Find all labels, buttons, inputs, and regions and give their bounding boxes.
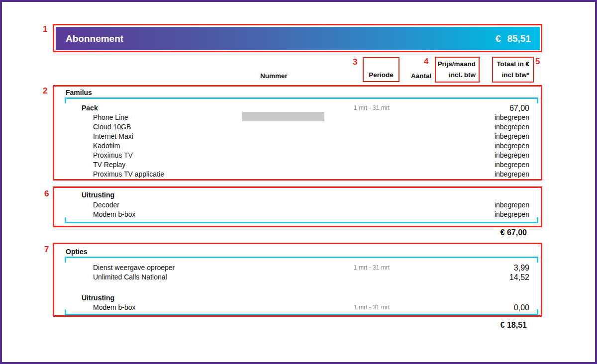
table-row: Dienst weergave oproeper1 mrt - 31 mrt3,… [54, 263, 541, 273]
table-row: Proximus TV applicatieinbegrepen [54, 170, 541, 179]
header-title: Abonnement [66, 33, 123, 44]
column-header-totaal-line1: Totaal in € [497, 60, 529, 68]
row-label: Decoder [93, 200, 119, 210]
row-value: inbegrepen [495, 141, 529, 151]
column-header-nummer: Nummer [260, 72, 288, 80]
row-periode: 1 mrt - 31 mrt [347, 263, 397, 273]
section-rows: DecoderinbegrepenModem b-boxinbegrepen [54, 200, 541, 219]
row-label: Phone Line [93, 113, 128, 122]
row-value: inbegrepen [495, 122, 529, 132]
row-spacer [54, 282, 541, 293]
section-title: Familus [66, 89, 92, 96]
annotation-number-6: 6 [44, 189, 49, 199]
row-label: Kadofilm [93, 141, 120, 151]
header-total-amount: € 85,51 [496, 33, 531, 44]
table-row: Phone Lineinbegrepen [54, 113, 541, 122]
bracket-open [65, 97, 538, 103]
table-row: Uitrusting [54, 293, 541, 303]
row-value: inbegrepen [495, 160, 529, 170]
annotation-box-totaal: Totaal in € incl btw* [492, 57, 534, 83]
row-value: inbegrepen [495, 151, 529, 160]
annotation-number-7: 7 [44, 245, 49, 255]
table-row: Decoderinbegrepen [54, 200, 541, 210]
section-title: Uitrusting [82, 191, 114, 199]
annotation-number-3: 3 [353, 58, 357, 67]
table-row: Internet Maxiinbegrepen [54, 132, 541, 141]
section-rows: Dienst weergave oproeper1 mrt - 31 mrt3,… [54, 263, 541, 312]
subscription-header-bar: Abonnement € 85,51 [56, 27, 540, 50]
row-label: Internet Maxi [93, 132, 133, 141]
redacted-value [242, 112, 324, 121]
bracket-open [65, 257, 538, 263]
row-label: Unlimited Calls National [93, 273, 167, 282]
table-row: Unlimited Calls National14,52 [54, 273, 541, 282]
column-header-periode: Periode [369, 71, 394, 79]
row-value: 67,00 [509, 103, 529, 113]
amount-value: 85,51 [507, 33, 531, 44]
row-label: Pack [82, 103, 98, 113]
bracket-close [65, 217, 538, 223]
invoice-page: 1 Abonnement € 85,51 Nummer 3 Periode Aa… [0, 0, 597, 364]
section-rows: Pack1 mrt - 31 mrt67,00Phone Lineinbegre… [54, 103, 541, 179]
row-value: inbegrepen [495, 132, 529, 141]
column-header-prijs-line2: incl. btw [449, 71, 476, 79]
bracket-close [65, 309, 538, 315]
column-header-aantal: Aantal [411, 72, 431, 80]
row-label: Proximus TV applicatie [93, 170, 164, 179]
table-row: Proximus TVinbegrepen [54, 151, 541, 160]
row-label: Uitrusting [82, 293, 114, 303]
row-value: inbegrepen [495, 113, 529, 122]
section-uitrusting: 6 Uitrusting DecoderinbegrepenModem b-bo… [53, 186, 542, 227]
annotation-number-2: 2 [43, 86, 47, 96]
row-value: inbegrepen [495, 170, 529, 179]
subtotal-familus: € 67,00 [500, 228, 527, 237]
row-value: 14,52 [509, 273, 529, 282]
row-value: inbegrepen [495, 200, 529, 210]
section-title: Opties [66, 248, 88, 256]
currency-symbol: € [496, 33, 501, 44]
section-opties: 7 Opties Dienst weergave oproeper1 mrt -… [53, 243, 542, 317]
section-familus: 2 Familus Pack1 mrt - 31 mrt67,00Phone L… [53, 85, 542, 181]
column-header-prijs-line1: Prijs/maand [437, 60, 476, 68]
table-row: TV Replayinbegrepen [54, 160, 541, 170]
annotation-number-5: 5 [535, 57, 540, 66]
table-row: Kadofilminbegrepen [54, 141, 541, 151]
annotation-number-1: 1 [43, 25, 47, 34]
annotation-box-periode: Periode [363, 57, 399, 82]
row-label: Dienst weergave oproeper [93, 263, 175, 273]
row-periode: 1 mrt - 31 mrt [347, 103, 397, 113]
row-label: TV Replay [93, 160, 125, 170]
row-label: Cloud 10GB [93, 122, 131, 132]
annotation-number-4: 4 [424, 57, 428, 66]
column-header-totaal-line2: incl btw* [501, 71, 529, 79]
row-value: 3,99 [514, 263, 529, 273]
annotation-box-prijs: Prijs/maand incl. btw [435, 57, 480, 83]
table-row: Cloud 10GBinbegrepen [54, 122, 541, 132]
row-label: Proximus TV [93, 151, 133, 160]
subtotal-opties: € 18,51 [500, 321, 527, 330]
